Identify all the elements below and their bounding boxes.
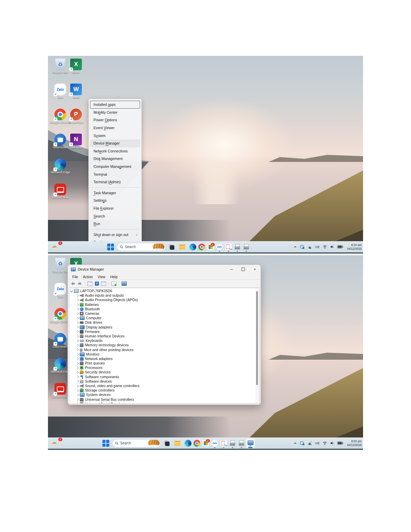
tree-item-universal-serial-bus-controllers[interactable]: Universal Serial Bus controllers: [71, 397, 254, 402]
tree-item-display-adapters[interactable]: Display adapters: [71, 325, 254, 330]
console-tree-button[interactable]: [87, 281, 93, 287]
tree-root[interactable]: LAPTOP-76PK05D6: [71, 289, 254, 293]
tree-item-network-adapters[interactable]: Network adapters: [71, 357, 254, 361]
menu-item-event-viewer[interactable]: Event Viewer: [90, 124, 140, 132]
help-button[interactable]: [94, 281, 100, 287]
menu-item-terminal[interactable]: Terminal: [90, 170, 140, 178]
search-input[interactable]: Search: [112, 439, 161, 447]
clock[interactable]: 8:24 am 04/12/2025: [347, 243, 362, 250]
tree-item-audio-processing-objects-apos[interactable]: Audio Processing Objects (APOs): [71, 298, 254, 302]
window-titlebar[interactable]: Device Manager ×: [68, 265, 261, 274]
menubar-view[interactable]: View: [95, 275, 108, 279]
file-explorer-button[interactable]: [173, 438, 182, 448]
devices-view-button[interactable]: [121, 281, 127, 287]
menu-item-system[interactable]: System: [90, 132, 140, 139]
tree-item-software-devices[interactable]: Software devices: [71, 379, 254, 384]
tree-item-bluetooth[interactable]: Bluetooth: [71, 307, 254, 311]
language-indicator[interactable]: VIE: [315, 245, 320, 249]
tray-app-icon-2[interactable]: [308, 441, 312, 445]
tree-item-system-devices[interactable]: System devices: [71, 393, 254, 397]
tree-item-storage-controllers[interactable]: Storage controllers: [71, 388, 254, 393]
tray-app-icon-1[interactable]: [300, 441, 304, 445]
menu-item-search[interactable]: Search: [90, 212, 140, 220]
desktop-icon-powerpoint[interactable]: ↗PowerPoint: [65, 109, 87, 134]
forward-button[interactable]: [77, 281, 83, 287]
tray-chevron-up-icon[interactable]: [294, 246, 297, 248]
task-view-button[interactable]: [167, 242, 176, 252]
maximize-button[interactable]: [237, 265, 249, 274]
menubar-help[interactable]: Help: [108, 275, 120, 279]
wifi-icon[interactable]: [323, 441, 327, 445]
menu-item-shut-down-or-sign-out[interactable]: Shut down or sign out›: [90, 231, 140, 239]
tree-item-memory-technology-devices[interactable]: Memory technology devices: [71, 343, 254, 347]
menu-item-computer-management[interactable]: Computer Management: [90, 163, 140, 171]
taskbar-zalo-button[interactable]: [210, 438, 219, 448]
menu-item-run[interactable]: Run: [90, 220, 140, 228]
tree-item-universal-serial-bus-devices[interactable]: Universal Serial Bus devices: [71, 402, 254, 404]
menu-item-network-connections[interactable]: Network Connections: [90, 147, 140, 155]
taskbar-snipping-button[interactable]: [224, 242, 233, 252]
tree-item-cameras[interactable]: Cameras: [71, 311, 254, 316]
taskbar-chrome-button[interactable]: [197, 242, 206, 252]
taskbar-microsoft-button[interactable]: 1: [206, 242, 215, 252]
tree-item-security-devices[interactable]: Security devices: [71, 370, 254, 374]
tree-item-audio-inputs-and-outputs[interactable]: Audio inputs and outputs: [71, 293, 254, 298]
menu-item-terminal-admin[interactable]: Terminal (Admin): [90, 178, 140, 186]
taskbar-printer-button[interactable]: [233, 242, 242, 252]
menu-item-task-manager[interactable]: Task Manager: [90, 189, 140, 197]
widgets-button[interactable]: ☁ 1: [51, 242, 62, 251]
tree-item-keyboards[interactable]: Keyboards: [71, 338, 254, 343]
tree-item-computer[interactable]: Computer: [71, 316, 254, 320]
desktop-icon-word[interactable]: ↗Word: [65, 84, 87, 109]
back-button[interactable]: [70, 281, 76, 287]
taskbar-chrome-button[interactable]: [192, 438, 201, 448]
search-input[interactable]: Search: [117, 243, 165, 251]
widgets-button[interactable]: ☁ 1: [51, 438, 62, 447]
taskbar-edge-button[interactable]: [188, 242, 197, 252]
start-button[interactable]: [101, 438, 110, 448]
tree-item-processors[interactable]: Processors: [71, 366, 254, 370]
menu-item-device-manager[interactable]: Device Manager: [90, 139, 140, 147]
volume-icon[interactable]: [330, 245, 334, 249]
menu-item-installed-apps[interactable]: Installed apps: [90, 101, 140, 109]
desktop-icon-lenovo-now[interactable]: ↗Lenovo Now: [49, 184, 71, 209]
tree-item-monitors[interactable]: Monitors: [71, 352, 254, 357]
tree-item-disk-drives[interactable]: Disk drives: [71, 320, 254, 325]
scan-hardware-button[interactable]: [111, 281, 117, 287]
tree-item-sound-video-and-game-controllers[interactable]: Sound, video and game controllers: [71, 384, 254, 388]
desktop-icon-excel[interactable]: ↗Excel: [65, 59, 87, 84]
taskbar-printer-button[interactable]: [228, 438, 237, 448]
menu-item-settings[interactable]: Settings: [90, 197, 140, 205]
start-button[interactable]: [106, 242, 115, 252]
volume-icon[interactable]: [330, 441, 334, 445]
minimize-button[interactable]: [226, 265, 237, 274]
scrollbar-thumb[interactable]: [256, 291, 258, 385]
desktop-icon-microsoft-edge[interactable]: ↗Microsoft Edge: [49, 159, 71, 184]
desktop-icon-onenote[interactable]: ↗OneNote: [65, 134, 87, 159]
menu-item-file-explorer[interactable]: File Explorer: [90, 205, 140, 212]
menu-item-mobility-center[interactable]: Mobility Center: [90, 109, 140, 116]
taskbar-microsoft-button[interactable]: 1: [201, 438, 210, 448]
taskbar-printer-button[interactable]: [242, 242, 251, 252]
menubar-action[interactable]: Action: [80, 275, 95, 279]
tree-item-firmware[interactable]: Firmware: [71, 330, 254, 334]
properties-button[interactable]: [101, 281, 107, 287]
wifi-icon[interactable]: [323, 245, 327, 249]
tree-item-software-components[interactable]: Software components: [71, 375, 254, 379]
battery-icon[interactable]: [337, 245, 343, 248]
menu-item-disk-management[interactable]: Disk Management: [90, 155, 140, 163]
tree-item-human-interface-devices[interactable]: Human Interface Devices: [71, 334, 254, 338]
scrollbar[interactable]: [256, 288, 259, 403]
tray-app-icon-2[interactable]: [308, 245, 312, 249]
taskbar-zalo-button[interactable]: [215, 242, 224, 252]
tree-item-batteries[interactable]: Batteries: [71, 302, 254, 307]
taskbar-printer-button[interactable]: [237, 438, 246, 448]
menu-item-power-options[interactable]: Power Options: [90, 116, 140, 124]
task-view-button[interactable]: [162, 438, 171, 448]
taskbar-edge-button[interactable]: [184, 438, 192, 448]
file-explorer-button[interactable]: [178, 242, 187, 252]
taskbar-snipping-button[interactable]: [219, 438, 228, 448]
close-button[interactable]: ×: [249, 265, 261, 274]
tray-chevron-up-icon[interactable]: [294, 442, 297, 445]
tray-app-icon-1[interactable]: [300, 245, 304, 249]
